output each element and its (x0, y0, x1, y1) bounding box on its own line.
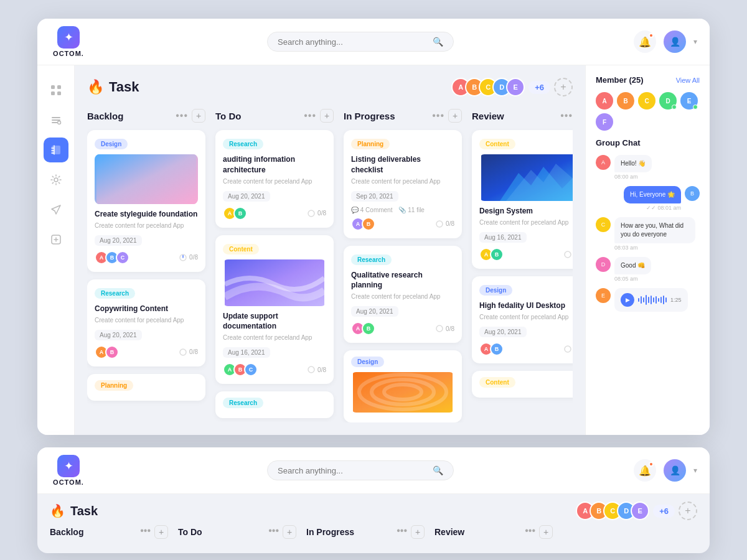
view-all-link[interactable]: View All (676, 77, 700, 84)
column-menu-inprogress[interactable]: ••• (432, 110, 444, 121)
sidebar-item-grid[interactable] (44, 78, 68, 103)
col-add-review-2[interactable]: + (539, 525, 553, 539)
chat-avatar: D (596, 257, 611, 272)
user-avatar[interactable]: 👤 (664, 30, 686, 53)
search-input-2[interactable] (278, 466, 428, 475)
notification-badge (649, 33, 654, 38)
panel-avatar[interactable]: E (680, 92, 698, 110)
col-dots-review-2[interactable]: ••• (525, 525, 535, 539)
column-headers-2: Backlog ••• + To Do ••• + In Progress ••… (37, 525, 710, 539)
card-tag: Design (351, 357, 384, 367)
card-tag: Research (351, 254, 392, 265)
card-todo-2[interactable]: Content Update support documentation Cre… (215, 235, 334, 385)
board-title-2: 🔥 Task (50, 503, 98, 518)
column-add-todo[interactable]: + (320, 109, 334, 123)
panel-avatar[interactable]: F (596, 113, 613, 131)
panel-avatar[interactable]: B (617, 92, 634, 110)
card-inprogress-3[interactable]: Design (344, 350, 462, 422)
column-header-todo: To Do ••• + (215, 109, 334, 123)
card-backlog-1[interactable]: Design Create styleguide foundation Crea… (87, 130, 205, 272)
col-dots-todo-2[interactable]: ••• (268, 525, 279, 539)
col-dots-2[interactable]: ••• (140, 525, 151, 539)
user-avatar-2[interactable]: 👤 (664, 459, 686, 482)
play-button[interactable]: ▶ (621, 293, 634, 307)
sidebar-item-tools[interactable] (44, 108, 68, 133)
card-title: Copywriting Content (95, 304, 198, 314)
add-member-button-2[interactable]: + (679, 502, 697, 520)
sidebar-item-send[interactable] (44, 197, 68, 222)
col-header-inprogress-2: In Progress ••• + (306, 525, 425, 539)
card-todo-3[interactable]: Research (215, 391, 334, 418)
chat-message-1: A Hello! 👋 08:00 am (596, 155, 700, 180)
panel-avatar[interactable]: A (596, 92, 613, 110)
logo-icon: ✦ (57, 26, 80, 49)
chevron-down-icon[interactable]: ▾ (693, 37, 697, 46)
chat-avatar: C (596, 217, 611, 232)
card-subtitle: Create content for peceland App (479, 314, 573, 320)
column-menu-backlog[interactable]: ••• (176, 110, 188, 121)
card-progress: 0/8 (179, 254, 198, 261)
right-panel: Member (25) View All A B C D E F Group C… (585, 65, 710, 435)
card-inprogress-2[interactable]: Research Qualitative research planning C… (344, 246, 462, 343)
card-tag: Design (479, 285, 512, 296)
header-right: 🔔 👤 ▾ (634, 30, 697, 53)
card-backlog-2[interactable]: Research Copywriting Content Create cont… (87, 279, 205, 366)
card-date: Sep 20, 2021 (351, 191, 398, 202)
card-review-2[interactable]: Design High fedality UI Desktop Create c… (472, 276, 573, 363)
card-todo-1[interactable]: Research auditing information architectu… (215, 130, 334, 228)
sidebar-item-add[interactable] (44, 227, 68, 252)
app-window-partial: ✦ OCTOM. 🔍 🔔 👤 ▾ 🔥 Task A B (37, 447, 710, 553)
card-avatar: B (362, 322, 375, 335)
card-image (95, 154, 198, 204)
column-add-backlog[interactable]: + (192, 109, 205, 123)
card-subtitle: Create content for peceland App (223, 334, 326, 341)
svg-rect-3 (57, 91, 61, 95)
panel-avatar[interactable]: D (659, 92, 677, 110)
member-count-2[interactable]: +6 (653, 505, 675, 518)
card-title: High fedality UI Desktop (479, 301, 573, 311)
svg-point-21 (565, 251, 571, 258)
column-menu-review[interactable]: ••• (560, 110, 573, 121)
panel-avatar[interactable]: C (638, 92, 655, 110)
search-box-2[interactable]: 🔍 (267, 460, 454, 480)
card-inprogress-1[interactable]: Planning Listing deliverables checklist … (344, 130, 462, 238)
card-review-1[interactable]: Content Design System Create content for… (472, 130, 573, 269)
col-title-review-2: Review (435, 527, 464, 537)
sidebar-item-settings[interactable] (44, 167, 68, 192)
add-member-button[interactable]: + (554, 78, 573, 96)
card-backlog-3[interactable]: Planning (87, 374, 205, 401)
member-count[interactable]: +6 (529, 81, 550, 94)
task-icon-2: 🔥 (50, 503, 65, 518)
col-actions-2: ••• + (140, 525, 168, 539)
board-members: A B C D E +6 + (451, 78, 573, 96)
column-actions-inprogress: ••• + (432, 109, 462, 123)
member-avatar: E (506, 78, 525, 96)
card-avatars: A B (479, 248, 504, 261)
search-input[interactable] (278, 37, 428, 47)
card-tag: Content (479, 377, 515, 388)
search-box[interactable]: 🔍 (267, 32, 454, 52)
sidebar-item-book[interactable] (44, 138, 68, 162)
card-review-3[interactable]: Content (472, 371, 573, 398)
svg-rect-1 (57, 85, 61, 89)
card-title: Qualitative research planning (351, 270, 454, 291)
col-dots-inprogress-2[interactable]: ••• (397, 525, 407, 539)
column-menu-todo[interactable]: ••• (304, 110, 316, 121)
card-tag: Content (223, 244, 259, 254)
card-avatars: A B C (95, 251, 129, 264)
chevron-down-icon-2[interactable]: ▾ (693, 466, 697, 475)
card-image (479, 154, 573, 201)
col-add-todo-2[interactable]: + (283, 525, 296, 539)
col-add-2[interactable]: + (154, 525, 168, 539)
task-icon: 🔥 (87, 79, 104, 95)
card-footer: A B 0/8 (479, 342, 573, 356)
voice-bubble[interactable]: ▶ (614, 288, 688, 312)
svg-point-15 (436, 325, 443, 332)
notification-button[interactable]: 🔔 (634, 30, 656, 53)
header-search-2: 🔍 (97, 460, 624, 480)
column-header-backlog: Backlog ••• + (87, 109, 205, 123)
col-add-inprogress-2[interactable]: + (411, 525, 425, 539)
column-add-inprogress[interactable]: + (448, 109, 462, 123)
card-avatar: C (244, 363, 258, 376)
notification-button-2[interactable]: 🔔 (634, 459, 656, 482)
